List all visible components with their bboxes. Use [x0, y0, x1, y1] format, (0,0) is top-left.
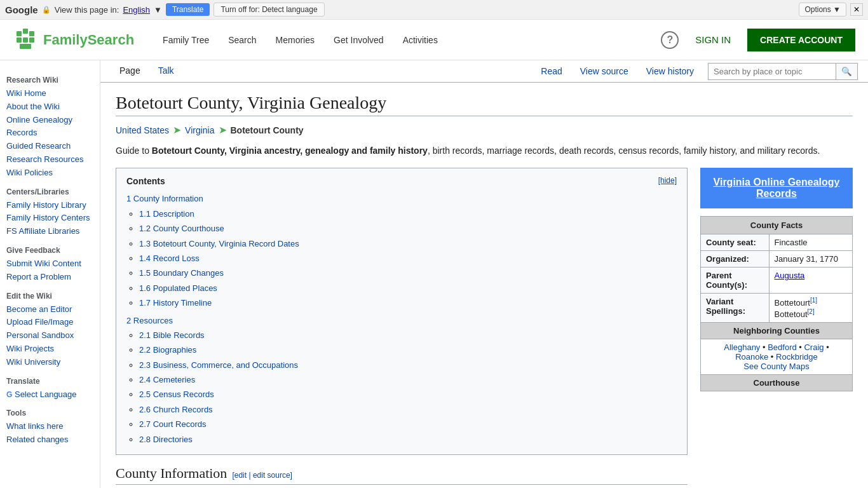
options-button[interactable]: Options ▼ — [799, 3, 846, 17]
google-logo: Google — [5, 4, 38, 15]
help-icon[interactable]: ? — [661, 31, 679, 49]
sidebar-upload-file[interactable]: Upload File/Image — [6, 316, 93, 329]
list-item: 1.3 Botetourt County, Virginia Record Da… — [139, 236, 677, 251]
page-wrapper: Research Wiki Wiki Home About the Wiki O… — [0, 60, 868, 488]
sidebar-family-history-library[interactable]: Family History Library — [6, 199, 93, 212]
main-navigation: Family Tree Search Memories Get Involved… — [153, 20, 661, 60]
sidebar-section-research-wiki: Research Wiki — [6, 76, 93, 85]
tab-view-source[interactable]: View source — [571, 61, 637, 81]
contents-box: Contents [hide] 1 County Information 1.1… — [116, 168, 688, 455]
sidebar-wiki-policies[interactable]: Wiki Policies — [6, 166, 93, 180]
nav-get-involved[interactable]: Get Involved — [324, 20, 393, 60]
contents-link-1-3[interactable]: 1.3 Botetourt County, Virginia Record Da… — [139, 239, 299, 248]
sidebar-report-problem[interactable]: Report a Problem — [6, 271, 93, 284]
neighbor-craig[interactable]: Craig — [804, 342, 824, 352]
courthouse-table-header: Courthouse — [701, 375, 853, 391]
sign-in-button[interactable]: SIGN IN — [685, 29, 741, 50]
sidebar-wiki-home[interactable]: Wiki Home — [6, 87, 93, 100]
sidebar-what-links-here[interactable]: What links here — [6, 420, 93, 433]
contents-label: Contents — [126, 176, 165, 186]
sidebar-submit-wiki[interactable]: Submit Wiki Content — [6, 257, 93, 271]
tab-read[interactable]: Read — [532, 61, 571, 81]
contents-link-2-8[interactable]: 2.8 Directories — [139, 435, 193, 444]
turnoff-button[interactable]: Turn off for: Detect language — [214, 3, 324, 17]
contents-link-2-4[interactable]: 2.4 Cemeteries — [139, 375, 195, 384]
county-seat-value: Fincastle — [769, 234, 852, 251]
close-button[interactable]: ✕ — [850, 3, 863, 16]
list-item: 2.5 Census Records — [139, 387, 677, 402]
contents-link-1[interactable]: 1 County Information — [126, 194, 203, 203]
contents-link-1-4[interactable]: 1.4 Record Loss — [139, 254, 200, 263]
sidebar-personal-sandbox[interactable]: Personal Sandbox — [6, 329, 93, 342]
search-input[interactable] — [709, 64, 836, 79]
sidebar-fs-affiliate[interactable]: FS Affiliate Libraries — [6, 225, 93, 238]
page-intro: Guide to Botetourt County, Virginia ance… — [116, 144, 853, 158]
see-county-maps[interactable]: See County Maps — [743, 362, 809, 371]
sidebar-section-centers: Centers/Libraries — [6, 187, 93, 196]
sidebar-wiki-projects[interactable]: Wiki Projects — [6, 342, 93, 356]
parent-county-link[interactable]: Augusta — [775, 271, 805, 280]
sidebar-select-language[interactable]: G Select Language — [6, 388, 93, 402]
sidebar-family-history-centers[interactable]: Family History Centers — [6, 212, 93, 225]
contents-link-2-1[interactable]: 2.1 Bible Records — [139, 330, 205, 340]
va-genealogy-button[interactable]: Virginia Online Genealogy Records — [700, 168, 853, 208]
county-info-edit[interactable]: edit — [234, 471, 247, 480]
neighbor-bedford[interactable]: Bedford — [768, 342, 797, 352]
nav-search[interactable]: Search — [219, 20, 266, 60]
list-item: 1.5 Boundary Changes — [139, 266, 677, 280]
sidebar-related-changes[interactable]: Related changes — [6, 433, 93, 447]
variant-ref1: [1] — [810, 297, 817, 304]
contents-link-1-1[interactable]: 1.1 Description — [139, 209, 194, 219]
svg-rect-3 — [29, 31, 34, 36]
contents-link-1-6[interactable]: 1.6 Populated Places — [139, 283, 217, 293]
contents-link-1-5[interactable]: 1.5 Boundary Changes — [139, 268, 224, 278]
contents-link-1-7[interactable]: 1.7 History Timeline — [139, 298, 212, 308]
parent-county-value: Augusta — [769, 268, 852, 294]
contents-link-2-7[interactable]: 2.7 Court Records — [139, 419, 207, 429]
county-info-edit-links: [edit | edit source] — [232, 471, 292, 480]
contents-link-2-3[interactable]: 2.3 Business, Commerce, and Occupations — [139, 360, 298, 370]
nav-activities[interactable]: Activities — [393, 20, 447, 60]
sidebar-online-genealogy[interactable]: Online Genealogy Records — [6, 114, 93, 140]
neighbor-alleghany[interactable]: Alleghany — [724, 342, 760, 352]
page-tabs: Page Talk Read View source View history … — [100, 60, 868, 83]
nav-family-tree[interactable]: Family Tree — [153, 20, 219, 60]
contents-list: 1 County Information 1.1 Description 1.2… — [126, 191, 677, 447]
sidebar-wiki-university[interactable]: Wiki University — [6, 356, 93, 369]
neighbor-rockbridge[interactable]: Rockbridge — [776, 352, 818, 362]
sidebar-guided-research[interactable]: Guided Research — [6, 140, 93, 153]
neighbor-roanoke[interactable]: Roanoke — [735, 352, 768, 362]
breadcrumb-us[interactable]: United States — [116, 125, 169, 135]
left-column: Contents [hide] 1 County Information 1.1… — [116, 168, 688, 488]
list-item: 2.4 Cemeteries — [139, 372, 677, 387]
list-item: 1.6 Populated Places — [139, 281, 677, 295]
sidebar-about-wiki[interactable]: About the Wiki — [6, 100, 93, 114]
list-item: 1.7 History Timeline — [139, 295, 677, 310]
tab-view-history[interactable]: View history — [637, 61, 703, 81]
contents-link-2-5[interactable]: 2.5 Census Records — [139, 390, 214, 399]
contents-link-2-6[interactable]: 2.6 Church Records — [139, 405, 213, 414]
svg-rect-1 — [17, 31, 22, 36]
breadcrumb-arrow-1: ➤ — [173, 124, 181, 136]
tab-page[interactable]: Page — [111, 60, 149, 82]
create-account-button[interactable]: CREATE ACCOUNT — [747, 29, 855, 51]
contents-hide-link[interactable]: [hide] — [658, 176, 677, 186]
top-navigation: FamilySearch Family Tree Search Memories… — [0, 20, 868, 60]
contents-sublist-2: 2.1 Bible Records 2.2 Biographies 2.3 Bu… — [126, 328, 677, 447]
organized-label: Organized: — [701, 251, 770, 268]
logo-link[interactable]: FamilySearch — [13, 27, 134, 53]
contents-link-2-2[interactable]: 2.2 Biographies — [139, 345, 196, 355]
contents-link-2[interactable]: 2 Resources — [126, 316, 173, 325]
nav-memories[interactable]: Memories — [266, 20, 324, 60]
sidebar-section-feedback: Give Feedback — [6, 246, 93, 255]
sidebar-section-translate: Translate — [6, 377, 93, 386]
translate-button[interactable]: Translate — [166, 3, 210, 16]
county-info-edit-source[interactable]: edit source — [253, 471, 290, 480]
language-link[interactable]: English — [123, 5, 150, 15]
sidebar-research-resources[interactable]: Research Resources — [6, 153, 93, 166]
sidebar-become-editor[interactable]: Become an Editor — [6, 303, 93, 316]
breadcrumb-va[interactable]: Virginia — [185, 125, 214, 135]
search-button[interactable]: 🔍 — [836, 64, 857, 79]
contents-link-1-2[interactable]: 1.2 County Courthouse — [139, 224, 224, 233]
tab-talk[interactable]: Talk — [149, 60, 183, 82]
